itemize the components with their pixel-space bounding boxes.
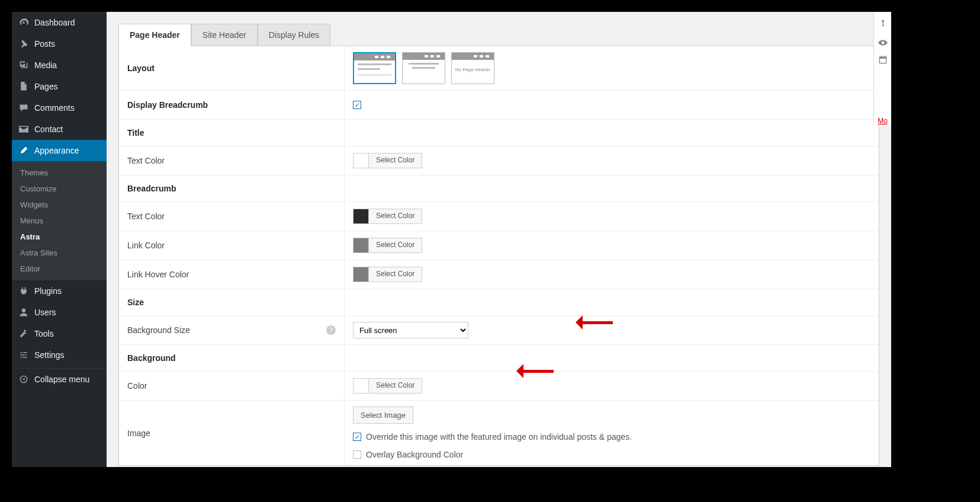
admin-sidebar: Dashboard Posts Media Pages Comments <box>12 12 107 467</box>
key-icon[interactable] <box>879 19 887 29</box>
plugin-icon <box>18 285 30 297</box>
color-picker-bc-text[interactable]: Select Color <box>353 209 422 224</box>
tabs: Page Header Site Header Display Rules <box>118 24 879 46</box>
sidebar-item-tools[interactable]: Tools <box>12 323 107 344</box>
eye-icon[interactable] <box>878 37 888 47</box>
calendar-icon[interactable] <box>879 56 887 66</box>
main-content: Page Header Site Header Display Rules La… <box>107 12 891 467</box>
sidebar-item-label: Media <box>34 60 57 70</box>
label-bg-color: Color <box>119 372 344 400</box>
section-size: Size <box>119 289 344 315</box>
sidebar-item-media[interactable]: Media <box>12 55 107 76</box>
sliders-icon <box>18 349 30 361</box>
layout-none-label: No Page Header <box>452 60 494 72</box>
page-icon <box>18 81 30 92</box>
checkbox-override-image[interactable]: ✓ <box>353 433 361 441</box>
swatch-icon <box>354 267 369 282</box>
sidebar-item-dashboard[interactable]: Dashboard <box>12 12 107 33</box>
bg-size-text: Background Size <box>127 325 190 335</box>
sidebar-item-label: Posts <box>34 39 55 49</box>
select-color-label: Select Color <box>369 209 422 223</box>
color-picker-bc-link-hover[interactable]: Select Color <box>353 267 422 282</box>
label-layout: Layout <box>119 46 344 90</box>
color-picker-title-text[interactable]: Select Color <box>353 153 422 168</box>
right-toolbar: Mo <box>873 12 891 125</box>
layout-option-none[interactable]: No Page Header <box>451 52 494 84</box>
sidebar-item-label: Users <box>34 308 56 317</box>
select-color-label: Select Color <box>369 267 422 282</box>
section-background: Background <box>119 345 344 371</box>
label-bc-link-color: Link Color <box>119 231 344 260</box>
select-color-label: Select Color <box>369 379 422 393</box>
more-link[interactable]: Mo <box>878 117 888 125</box>
svg-rect-6 <box>881 56 881 58</box>
section-title: Title <box>119 120 344 146</box>
submenu-menus[interactable]: Menus <box>12 213 107 229</box>
sidebar-item-comments[interactable]: Comments <box>12 97 107 119</box>
select-image-button[interactable]: Select Image <box>353 407 413 424</box>
brush-icon <box>18 145 30 156</box>
swatch-icon <box>354 209 369 223</box>
submenu-editor[interactable]: Editor <box>12 261 107 277</box>
overlay-label: Overlay Background Color <box>366 450 463 459</box>
collapse-icon <box>18 373 30 385</box>
sidebar-item-label: Plugins <box>34 286 62 296</box>
gauge-icon <box>18 17 30 28</box>
label-bg-size: Background Size ? <box>119 316 344 344</box>
layout-options: No Page Header <box>353 52 494 84</box>
swatch-icon <box>354 154 369 168</box>
comment-icon <box>18 102 30 114</box>
sidebar-item-settings[interactable]: Settings <box>12 344 107 366</box>
checkbox-display-breadcrumb[interactable]: ✓ <box>353 101 361 109</box>
select-color-label: Select Color <box>369 238 422 252</box>
submenu-astra-sites[interactable]: Astra Sites <box>12 245 107 261</box>
user-icon <box>18 306 30 318</box>
sidebar-item-label: Tools <box>34 329 54 338</box>
section-breadcrumb: Breadcrumb <box>119 175 344 202</box>
tab-display-rules[interactable]: Display Rules <box>258 24 331 46</box>
svg-rect-5 <box>879 57 886 59</box>
sidebar-item-contact[interactable]: Contact <box>12 119 107 140</box>
sidebar-item-label: Pages <box>34 82 58 91</box>
settings-panel: Layout No Page Header <box>118 46 879 466</box>
wrench-icon <box>18 328 30 340</box>
select-color-label: Select Color <box>369 154 422 168</box>
mail-icon <box>18 123 30 135</box>
label-title-text-color: Text Color <box>119 146 344 175</box>
label-display-breadcrumb: Display Breadcrumb <box>119 91 344 119</box>
swatch-icon <box>354 238 369 252</box>
sidebar-item-label: Contact <box>34 124 63 134</box>
submenu-customize[interactable]: Customize <box>12 181 107 197</box>
color-picker-bc-link[interactable]: Select Color <box>353 238 422 253</box>
swatch-icon <box>354 379 369 393</box>
media-icon <box>18 59 30 71</box>
svg-rect-7 <box>884 56 885 58</box>
override-label: Override this image with the featured im… <box>366 432 632 442</box>
layout-option-1[interactable] <box>353 52 396 84</box>
checkbox-overlay-bg[interactable]: ✓ <box>353 450 361 459</box>
sidebar-item-label: Comments <box>34 103 75 113</box>
tab-site-header[interactable]: Site Header <box>191 24 258 46</box>
svg-rect-3 <box>882 25 884 25</box>
label-image: Image <box>119 401 344 465</box>
color-picker-bg-color[interactable]: Select Color <box>353 378 422 394</box>
label-bc-text-color: Text Color <box>119 202 344 231</box>
sidebar-collapse[interactable]: Collapse menu <box>12 368 107 390</box>
appearance-submenu: Themes Customize Widgets Menus Astra Ast… <box>12 161 107 280</box>
submenu-themes[interactable]: Themes <box>12 165 107 181</box>
tab-page-header[interactable]: Page Header <box>118 24 191 46</box>
pin-icon <box>18 38 30 50</box>
select-bg-size[interactable]: Full screen <box>353 322 468 338</box>
submenu-widgets[interactable]: Widgets <box>12 197 107 213</box>
sidebar-item-users[interactable]: Users <box>12 302 107 323</box>
submenu-astra[interactable]: Astra <box>12 229 107 245</box>
sidebar-item-plugins[interactable]: Plugins <box>12 280 107 302</box>
svg-rect-2 <box>882 22 883 27</box>
label-bc-link-hover: Link Hover Color <box>119 260 344 289</box>
sidebar-item-posts[interactable]: Posts <box>12 33 107 55</box>
layout-option-2[interactable] <box>402 52 445 84</box>
help-icon[interactable]: ? <box>326 325 336 335</box>
sidebar-item-pages[interactable]: Pages <box>12 76 107 97</box>
sidebar-item-label: Collapse menu <box>34 375 89 384</box>
sidebar-item-appearance[interactable]: Appearance <box>12 140 107 161</box>
